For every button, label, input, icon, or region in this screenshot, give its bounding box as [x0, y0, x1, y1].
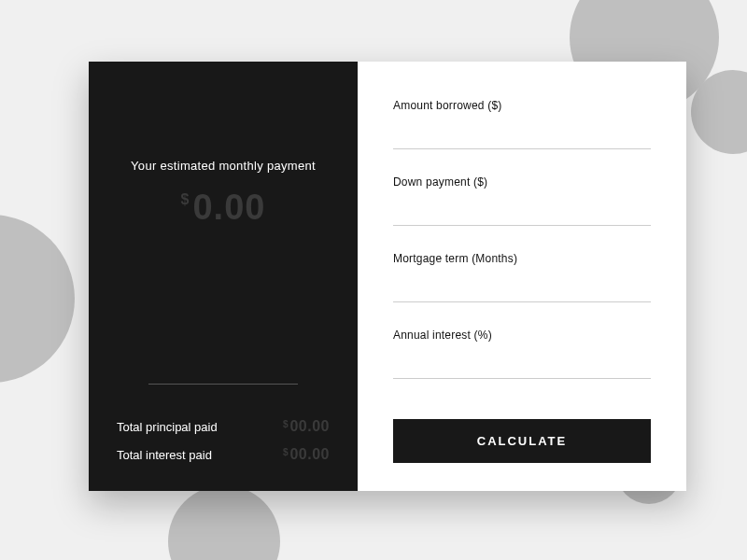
- rate-label: Annual interest (%): [393, 329, 651, 342]
- currency-symbol: $: [283, 447, 289, 457]
- currency-symbol: $: [181, 191, 190, 207]
- rate-input[interactable]: [393, 358, 651, 379]
- calculate-button[interactable]: CALCULATE: [393, 419, 651, 463]
- rate-field: Annual interest (%): [393, 329, 651, 379]
- estimate-amount: 0.00: [192, 188, 265, 227]
- total-interest-value: $00.00: [283, 446, 330, 463]
- total-interest-label: Total interest paid: [117, 448, 212, 462]
- bg-circle: [168, 485, 280, 560]
- down-payment-input[interactable]: [393, 205, 651, 226]
- estimate-value: $0.00: [117, 188, 330, 228]
- interest-amount: 00.00: [289, 446, 330, 462]
- amount-label: Amount borrowed ($): [393, 99, 651, 112]
- totals: Total principal paid $00.00 Total intere…: [117, 407, 330, 463]
- summary-panel: Your estimated monthly payment $0.00 Tot…: [89, 62, 358, 491]
- down-payment-label: Down payment ($): [393, 175, 651, 189]
- total-principal-label: Total principal paid: [117, 420, 218, 434]
- estimate-label: Your estimated monthly payment: [117, 159, 330, 173]
- amount-field: Amount borrowed ($): [393, 99, 651, 149]
- total-interest-row: Total interest paid $00.00: [117, 446, 330, 463]
- divider: [148, 384, 298, 385]
- currency-symbol: $: [283, 419, 289, 429]
- principal-amount: 00.00: [289, 418, 330, 434]
- down-payment-field: Down payment ($): [393, 175, 651, 226]
- total-principal-row: Total principal paid $00.00: [117, 418, 330, 435]
- term-input[interactable]: [393, 282, 651, 302]
- form-panel: Amount borrowed ($) Down payment ($) Mor…: [358, 62, 686, 491]
- term-field: Mortgage term (Months): [393, 252, 651, 302]
- total-principal-value: $00.00: [283, 418, 330, 435]
- bg-circle: [0, 215, 75, 383]
- term-label: Mortgage term (Months): [393, 252, 651, 265]
- amount-input[interactable]: [393, 129, 651, 149]
- calculator-card: Your estimated monthly payment $0.00 Tot…: [89, 62, 686, 491]
